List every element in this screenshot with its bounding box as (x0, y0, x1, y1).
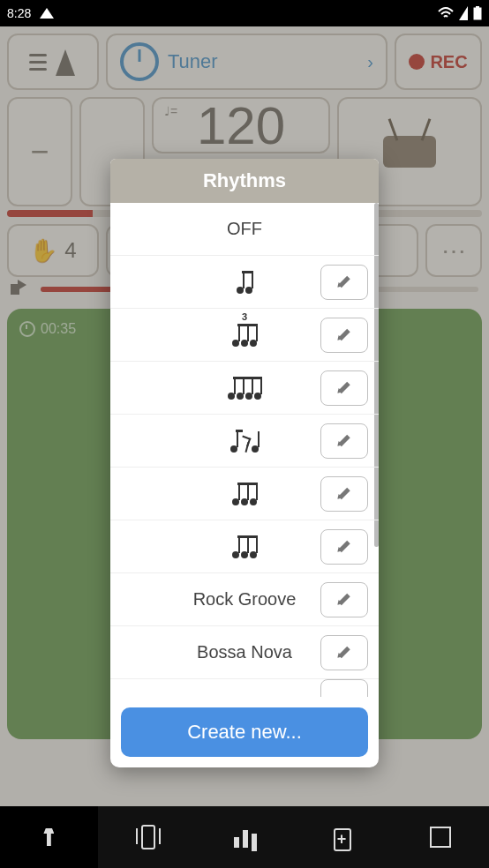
system-bottom-nav (0, 806, 489, 868)
expand-icon (428, 825, 453, 849)
dialog-title: Rhythms (110, 159, 379, 203)
rhythm-row[interactable]: Rock Groove (110, 573, 379, 626)
status-bar: 8:28 (0, 0, 489, 26)
nav-fullscreen[interactable] (391, 806, 489, 868)
rhythm-row[interactable] (110, 415, 379, 468)
eighth-rest-pair-icon (230, 430, 259, 453)
signal-icon (459, 6, 468, 20)
app-background: Tuner › REC − ♩= 120 ✋ 4 ⋯ (0, 26, 489, 806)
edit-button[interactable] (320, 679, 368, 697)
edit-button[interactable] (320, 318, 368, 353)
sixteenth-four-icon (228, 377, 261, 400)
flashlight-icon (36, 825, 61, 849)
rhythm-row[interactable] (110, 520, 379, 573)
status-time: 8:28 (7, 6, 31, 20)
nav-battery[interactable] (293, 806, 391, 868)
pencil-icon (337, 434, 351, 448)
sixteenth-pair-b-icon (232, 535, 257, 558)
edit-button[interactable] (320, 635, 368, 670)
nav-stats[interactable] (196, 806, 294, 868)
edit-button[interactable] (320, 476, 368, 512)
battery-icon (473, 6, 482, 20)
rhythm-row-partial[interactable] (110, 679, 379, 697)
pencil-icon (337, 328, 351, 342)
pencil-icon (337, 540, 351, 554)
dialog-overlay: Rhythms OFF (0, 26, 489, 806)
rhythm-label: Rock Groove (193, 589, 297, 610)
pencil-icon (337, 646, 351, 660)
edit-button[interactable] (320, 370, 368, 406)
rhythm-row[interactable] (110, 309, 379, 362)
rhythm-label: Bossa Nova (197, 642, 292, 662)
sixteenth-pair-a-icon (232, 483, 257, 505)
edit-button[interactable] (320, 582, 368, 617)
rhythm-row[interactable]: Bossa Nova (110, 626, 379, 679)
rhythm-row[interactable] (110, 468, 379, 520)
nav-vibrate[interactable] (98, 806, 196, 868)
vibrate-icon (134, 825, 159, 849)
battery-plus-icon (330, 825, 355, 849)
eighth-triplet-icon (232, 324, 257, 347)
create-new-button[interactable]: Create new... (121, 707, 368, 757)
wifi-icon (438, 7, 454, 19)
pencil-icon (337, 381, 351, 395)
pencil-icon (337, 275, 351, 289)
dialog-footer: Create new... (110, 697, 379, 767)
rhythm-row[interactable] (110, 256, 379, 309)
edit-button[interactable] (320, 265, 368, 300)
notification-icon (40, 8, 54, 19)
off-label: OFF (227, 219, 262, 239)
pencil-icon (337, 487, 351, 501)
rhythm-row[interactable] (110, 362, 379, 415)
svg-rect-0 (474, 8, 481, 19)
svg-rect-1 (476, 6, 479, 8)
nav-flashlight[interactable] (0, 806, 98, 868)
edit-button[interactable] (320, 423, 368, 459)
chart-icon (232, 825, 257, 849)
rhythm-off-row[interactable]: OFF (110, 203, 379, 256)
edit-button[interactable] (320, 529, 368, 565)
rhythms-dialog: Rhythms OFF (110, 159, 379, 767)
rhythm-list[interactable]: OFF (110, 203, 379, 697)
eighth-pair-icon (237, 271, 252, 294)
pencil-icon (337, 593, 351, 607)
